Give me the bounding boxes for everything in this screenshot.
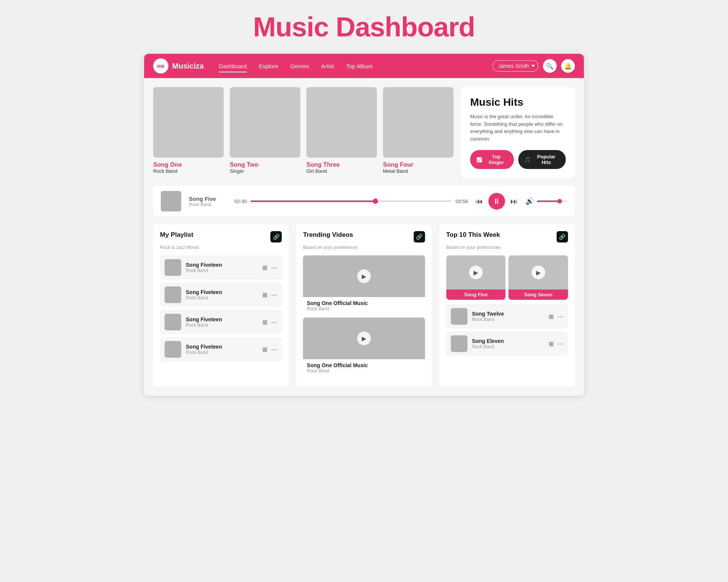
volume-icon: 🔊 xyxy=(526,197,534,205)
trending-link-icon[interactable]: 🔗 xyxy=(414,231,425,242)
playlist-actions-3: ⊞ ⋯ xyxy=(262,319,277,326)
video-info-1: Song One Official Music Rock Band xyxy=(303,297,425,314)
video-song-1: Song One Official Music xyxy=(307,300,421,306)
playlist-band-4: Rock Band xyxy=(186,350,258,355)
playlist-item-4: Song Fiveteen Rock Band ⊞ ⋯ xyxy=(160,337,282,361)
more-options-icon-3[interactable]: ⋯ xyxy=(271,319,277,326)
playlist-link-icon[interactable]: 🔗 xyxy=(270,231,282,242)
player-thumbnail xyxy=(161,191,181,211)
top10-thumb-2: ▶ xyxy=(508,255,568,289)
video-song-2: Song One Official Music xyxy=(307,362,421,368)
song-title-4[interactable]: Song Four xyxy=(383,161,453,168)
playlist-panel: My Playlist 🔗 Rock & Jazz Mixed Song Fiv… xyxy=(153,224,289,386)
song-title-2[interactable]: Song Two xyxy=(230,161,300,168)
app-container: me Musiciza Dashboard Explore Genres Art… xyxy=(144,54,584,396)
music-hits-panel: Music Hits Music is the great uniter. An… xyxy=(461,87,575,178)
top10-play-2[interactable]: ▶ xyxy=(532,266,545,279)
trending-icon: 📈 xyxy=(476,157,482,163)
next-button[interactable]: ⏭ xyxy=(510,197,518,206)
nav-top-album[interactable]: Top Album xyxy=(346,61,373,71)
song-card-2: Song Two Singer xyxy=(230,87,300,178)
nav-dashboard[interactable]: Dashboard xyxy=(219,61,246,71)
playlist-thumb-3 xyxy=(165,314,181,330)
player-controls: ⏮ ⏸ ⏭ xyxy=(475,193,518,210)
top10-thumb-1: ▶ xyxy=(446,255,506,289)
music-hits-title: Music Hits xyxy=(470,96,566,108)
progress-bar[interactable] xyxy=(251,200,452,202)
playlist-band-1: Rock Band xyxy=(186,268,258,273)
top10-card-2[interactable]: ▶ Song Seven xyxy=(508,255,568,300)
playlist-subtitle: Rock & Jazz Mixed xyxy=(160,245,282,250)
playlist-header-text: My Playlist xyxy=(160,231,193,239)
search-button[interactable]: 🔍 xyxy=(543,59,557,73)
search-icon: 🔍 xyxy=(546,63,554,70)
volume-area: 🔊 xyxy=(526,197,567,205)
user-select[interactable]: James Smith xyxy=(493,60,538,72)
more-options-icon-1[interactable]: ⋯ xyxy=(271,264,277,271)
playlist-band-2: Rock Band xyxy=(186,295,258,300)
nav-explore[interactable]: Explore xyxy=(259,61,278,71)
bottom-row: My Playlist 🔗 Rock & Jazz Mixed Song Fiv… xyxy=(153,224,575,386)
player-bar: Song Five Rock Band 02:30 03:58 ⏮ ⏸ ⏭ xyxy=(153,186,575,217)
video-card-2[interactable]: ▶ Song One Official Music Rock Band xyxy=(303,318,425,377)
top10-add-icon-1[interactable]: ⊞ xyxy=(549,313,554,320)
playlist-header: My Playlist 🔗 xyxy=(160,231,282,242)
top10-panel: Top 10 This Week 🔗 Based on your prefere… xyxy=(439,224,575,386)
notification-button[interactable]: 🔔 xyxy=(561,59,575,73)
top10-more-icon-1[interactable]: ⋯ xyxy=(557,313,563,320)
volume-dot xyxy=(557,199,562,203)
nav-genres[interactable]: Genres xyxy=(290,61,309,71)
playlist-item-2: Song Fiveteen Rock Band ⊞ ⋯ xyxy=(160,283,282,307)
bell-icon: 🔔 xyxy=(564,63,572,70)
song-card-3: Song Three Girl Band xyxy=(306,87,377,178)
top10-item-info-1: Song Twelve Rock Band xyxy=(472,311,544,322)
top10-card-1[interactable]: ▶ Song Five xyxy=(446,255,506,300)
playlist-song-4: Song Fiveteen xyxy=(186,344,258,350)
add-to-playlist-icon-1[interactable]: ⊞ xyxy=(262,264,267,271)
popular-hits-button[interactable]: 🎵 Popular Hits xyxy=(518,150,566,169)
top10-label-1: Song Five xyxy=(446,289,506,300)
song-thumb-4 xyxy=(383,87,453,158)
playlist-band-3: Rock Band xyxy=(186,322,258,328)
top10-item-info-2: Song Eleven Rock Band xyxy=(472,338,544,349)
add-to-playlist-icon-3[interactable]: ⊞ xyxy=(262,319,267,326)
top10-more-icon-2[interactable]: ⋯ xyxy=(557,340,563,347)
top10-link-icon[interactable]: 🔗 xyxy=(557,231,568,242)
song-title-3[interactable]: Song Three xyxy=(306,161,377,168)
top-singer-button[interactable]: 📈 Top Singer xyxy=(470,150,514,169)
more-options-icon-4[interactable]: ⋯ xyxy=(271,346,277,353)
playlist-thumb-2 xyxy=(165,286,181,303)
video-thumb-2: ▶ xyxy=(303,318,425,359)
top10-add-icon-2[interactable]: ⊞ xyxy=(549,340,554,347)
top10-header-text: Top 10 This Week xyxy=(446,231,500,239)
top10-item-thumb-2 xyxy=(451,335,468,352)
song-card-1: Song One Rock Band xyxy=(153,87,224,178)
trending-title: Trending Videos xyxy=(303,231,353,239)
more-options-icon-2[interactable]: ⋯ xyxy=(271,291,277,299)
video-card-1[interactable]: ▶ Song One Official Music Rock Band xyxy=(303,255,425,314)
video-band-1: Rock Band xyxy=(307,306,421,311)
add-to-playlist-icon-2[interactable]: ⊞ xyxy=(262,291,267,299)
play-icon-2[interactable]: ▶ xyxy=(357,332,371,345)
add-to-playlist-icon-4[interactable]: ⊞ xyxy=(262,346,267,353)
pause-button[interactable]: ⏸ xyxy=(488,193,505,210)
top10-band-2: Rock Band xyxy=(472,344,544,349)
page-wrapper: Music Dashboard me Musiciza Dashboard Ex… xyxy=(136,0,592,411)
top10-item-1: Song Twelve Rock Band ⊞ ⋯ xyxy=(446,304,568,329)
song-title-1[interactable]: Song One xyxy=(153,161,224,168)
prev-button[interactable]: ⏮ xyxy=(475,197,483,206)
playlist-title: My Playlist xyxy=(160,231,193,239)
song-subtitle-4: Metal Band xyxy=(383,168,453,174)
playlist-thumb-1 xyxy=(165,259,181,276)
playlist-actions-1: ⊞ ⋯ xyxy=(262,264,277,271)
play-icon-1[interactable]: ▶ xyxy=(357,269,371,283)
playlist-song-3: Song Fiveteen xyxy=(186,316,258,322)
top10-play-1[interactable]: ▶ xyxy=(469,266,483,279)
nav-artist[interactable]: Artist xyxy=(321,61,334,71)
volume-bar[interactable] xyxy=(537,200,567,202)
video-band-2: Rock Band xyxy=(307,368,421,374)
volume-fill xyxy=(537,200,560,202)
trending-panel: Trending Videos 🔗 Based on your preferen… xyxy=(296,224,431,386)
featured-row: Song One Rock Band Song Two Singer Song … xyxy=(153,87,575,178)
player-song-band: Rock Band xyxy=(189,202,227,207)
